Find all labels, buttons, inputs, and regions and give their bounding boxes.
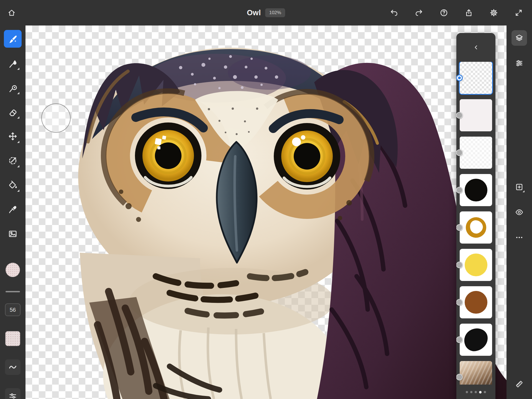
- page-dot[interactable]: [466, 391, 468, 393]
- layer-preview: [460, 137, 492, 169]
- layers-icon: [515, 34, 523, 42]
- brush-settings-icon: [8, 392, 17, 399]
- layer-handle[interactable]: [456, 75, 463, 81]
- layer-thumb-5[interactable]: [460, 211, 492, 244]
- page-dot[interactable]: [484, 391, 486, 393]
- fullscreen-icon: [515, 9, 523, 17]
- layer-handle[interactable]: [456, 336, 463, 343]
- ruler-button[interactable]: [511, 376, 527, 392]
- smoothing-tool[interactable]: [5, 359, 21, 375]
- tool-vector-trim[interactable]: [4, 152, 22, 170]
- layers-list: [456, 62, 495, 385]
- help-icon: [440, 9, 448, 17]
- layer-pages-indicator: [456, 385, 495, 399]
- zoom-level-badge[interactable]: 102%: [265, 8, 285, 17]
- eyedropper-icon: [8, 205, 17, 214]
- tool-options-indicator: [17, 165, 19, 167]
- owl-artwork: [25, 25, 507, 399]
- ruler-icon: [515, 380, 523, 388]
- tool-eyedropper[interactable]: [4, 201, 22, 218]
- layer-handle[interactable]: [456, 299, 463, 306]
- layer-thumb-8[interactable]: [460, 324, 492, 356]
- layer-thumb-2[interactable]: [460, 99, 492, 131]
- layer-thumb-9[interactable]: [460, 361, 492, 385]
- home-button[interactable]: [4, 6, 19, 20]
- tool-fill[interactable]: [4, 176, 22, 194]
- chevron-left-icon: [472, 44, 480, 51]
- layer-handle[interactable]: [456, 224, 463, 231]
- brush-texture-swatch[interactable]: [5, 331, 20, 346]
- settings-button[interactable]: [487, 6, 501, 20]
- adjustments-button[interactable]: [511, 55, 527, 71]
- layer-thumb-1[interactable]: [460, 62, 492, 94]
- current-color-swatch[interactable]: [6, 263, 20, 277]
- tool-move[interactable]: [4, 127, 22, 145]
- brush-cursor: [41, 103, 71, 133]
- tool-eraser[interactable]: [4, 103, 22, 121]
- ellipsis-icon: [515, 233, 523, 242]
- layer-handle[interactable]: [456, 187, 463, 193]
- vector-trim-icon: [8, 156, 17, 165]
- tool-options-indicator: [17, 92, 19, 94]
- layer-thumb-6[interactable]: [460, 249, 492, 281]
- right-toolbar: [507, 25, 532, 399]
- move-icon: [8, 132, 17, 141]
- undo-icon: [390, 9, 398, 17]
- layer-preview: [460, 211, 492, 244]
- tool-options-indicator: [17, 190, 19, 192]
- fresco-app: Owl 102%: [0, 0, 532, 399]
- home-icon: [7, 9, 16, 17]
- tool-options-indicator: [17, 68, 19, 70]
- tool-paint-brush[interactable]: [4, 30, 22, 48]
- layer-preview: [460, 286, 492, 318]
- brush-size-value[interactable]: 56: [5, 303, 21, 316]
- smoothing-wave-icon: [8, 363, 17, 372]
- fill-bucket-icon: [8, 180, 17, 190]
- layer-preview: [460, 324, 492, 356]
- layer-thumb-3[interactable]: [460, 137, 492, 169]
- layers-panel-header: [456, 33, 495, 62]
- layer-handle[interactable]: [456, 149, 463, 156]
- share-button[interactable]: [462, 6, 476, 20]
- undo-button[interactable]: [387, 6, 401, 20]
- brush-size-slider[interactable]: [6, 291, 20, 292]
- tool-mixer-brush[interactable]: [4, 79, 22, 96]
- document-title: Owl: [247, 9, 261, 17]
- add-layer-icon: [515, 183, 523, 191]
- collapse-panel-button[interactable]: [470, 41, 482, 53]
- page-dot[interactable]: [475, 391, 477, 393]
- tool-place-image[interactable]: [4, 225, 22, 243]
- layers-panel: [456, 33, 495, 399]
- layers-panel-button[interactable]: [511, 30, 527, 46]
- topbar-actions: [387, 6, 526, 20]
- eraser-icon: [8, 107, 17, 117]
- more-options-button[interactable]: [511, 230, 527, 245]
- layer-handle[interactable]: [456, 262, 463, 268]
- add-layer-options-indicator: [523, 190, 525, 192]
- add-layer-button[interactable]: [511, 179, 527, 195]
- tool-options-indicator: [17, 116, 19, 119]
- image-icon: [8, 229, 17, 239]
- layer-handle[interactable]: [456, 112, 463, 119]
- redo-button[interactable]: [412, 6, 426, 20]
- layer-handle[interactable]: [456, 374, 463, 380]
- layer-preview: [460, 174, 492, 206]
- layer-thumb-7[interactable]: [460, 286, 492, 318]
- tool-watercolor-brush[interactable]: [4, 54, 22, 72]
- layer-thumb-4[interactable]: [460, 174, 492, 206]
- mixer-brush-icon: [8, 83, 17, 92]
- layer-preview: [460, 249, 492, 281]
- brush-size-text: 56: [10, 307, 16, 313]
- left-toolbar: 56: [0, 25, 25, 399]
- watercolor-brush-icon: [8, 58, 17, 68]
- canvas[interactable]: [25, 25, 507, 399]
- layer-visibility-button[interactable]: [511, 204, 527, 220]
- help-button[interactable]: [437, 6, 451, 20]
- fullscreen-button[interactable]: [511, 6, 526, 20]
- share-icon: [465, 9, 473, 17]
- page-dot[interactable]: [479, 391, 482, 393]
- topbar: Owl 102%: [0, 0, 532, 25]
- brush-settings-button[interactable]: [5, 388, 21, 399]
- paint-brush-icon: [8, 34, 17, 44]
- page-dot[interactable]: [470, 391, 472, 393]
